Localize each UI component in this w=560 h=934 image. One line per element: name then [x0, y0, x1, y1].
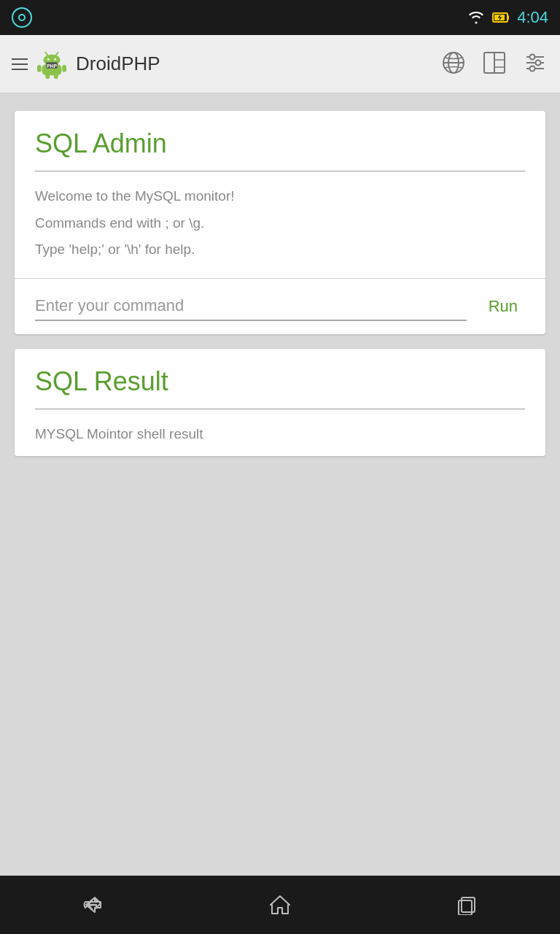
- run-button[interactable]: Run: [481, 293, 525, 320]
- globe-icon[interactable]: [440, 50, 467, 79]
- svg-point-27: [530, 66, 535, 71]
- status-bar: 4:04: [0, 0, 560, 35]
- status-bar-left: [12, 7, 32, 28]
- svg-rect-1: [508, 15, 509, 20]
- app-title: DroidPHP: [76, 53, 160, 75]
- app-bar: PHP DroidPHP: [0, 35, 560, 93]
- bottom-navigation: [0, 876, 560, 934]
- panel-icon[interactable]: [481, 50, 508, 79]
- svg-rect-9: [37, 64, 42, 72]
- archos-icon: [12, 7, 32, 28]
- sql-result-text: MYSQL Mointor shell result: [35, 424, 525, 445]
- sql-result-divider: [35, 409, 525, 409]
- recent-apps-button[interactable]: [445, 883, 489, 927]
- home-icon: [268, 893, 292, 916]
- app-logo: PHP: [36, 49, 67, 80]
- sql-admin-header: SQL Admin Welcome to the MySQL monitor! …: [15, 111, 545, 278]
- hamburger-menu-icon[interactable]: [12, 58, 28, 70]
- sql-result-body: MYSQL Mointor shell result: [35, 424, 525, 445]
- status-time: 4:04: [517, 8, 548, 27]
- svg-rect-12: [54, 74, 58, 79]
- app-bar-actions: [440, 50, 548, 79]
- svg-rect-11: [45, 74, 50, 79]
- recent-apps-icon: [454, 895, 479, 915]
- sliders-icon[interactable]: [522, 50, 548, 79]
- sql-result-title: SQL Result: [35, 366, 525, 397]
- wifi-icon: [467, 11, 485, 24]
- svg-rect-10: [62, 64, 66, 72]
- svg-line-7: [45, 52, 47, 55]
- command-area: Run: [15, 278, 545, 334]
- svg-point-26: [536, 60, 541, 65]
- back-button[interactable]: [71, 883, 115, 927]
- sql-admin-text: Welcome to the MySQL monitor! Commands e…: [35, 186, 525, 260]
- app-bar-left: PHP DroidPHP: [12, 49, 440, 80]
- back-icon: [80, 895, 106, 915]
- svg-text:PHP: PHP: [47, 63, 57, 68]
- svg-line-8: [56, 52, 58, 55]
- sql-admin-card: SQL Admin Welcome to the MySQL monitor! …: [15, 111, 545, 334]
- svg-point-25: [530, 54, 535, 59]
- sql-admin-body: Welcome to the MySQL monitor! Commands e…: [35, 186, 525, 260]
- status-bar-right: 4:04: [467, 8, 548, 27]
- svg-point-5: [47, 58, 50, 60]
- sql-admin-divider: [35, 171, 525, 171]
- svg-point-6: [54, 58, 56, 60]
- main-content: SQL Admin Welcome to the MySQL monitor! …: [0, 93, 560, 876]
- sql-result-header: SQL Result MYSQL Mointor shell result: [15, 349, 545, 457]
- home-button[interactable]: [258, 883, 302, 927]
- command-input[interactable]: [35, 292, 467, 321]
- sql-result-card: SQL Result MYSQL Mointor shell result: [15, 349, 545, 457]
- sql-admin-title: SQL Admin: [35, 128, 525, 159]
- battery-icon: [492, 11, 510, 24]
